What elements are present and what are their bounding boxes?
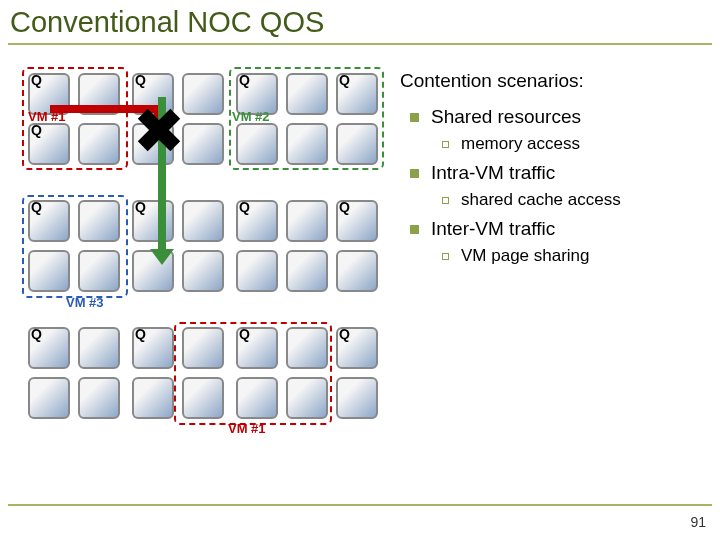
- bullet-3-sub: VM page sharing: [442, 246, 621, 266]
- bullet-icon: [442, 197, 449, 204]
- contention-heading: Contention scenarios:: [400, 70, 621, 92]
- noc-tile: [132, 200, 174, 242]
- bullet-text: VM page sharing: [461, 246, 590, 266]
- noc-tile: [236, 377, 278, 419]
- noc-tile: [182, 250, 224, 292]
- noc-tile: [78, 250, 120, 292]
- bullet-text: Inter-VM traffic: [431, 218, 555, 240]
- noc-tile: [78, 123, 120, 165]
- bullet-icon: [442, 253, 449, 260]
- noc-tile: [286, 377, 328, 419]
- bullet-text: Intra-VM traffic: [431, 162, 555, 184]
- noc-tile: [182, 327, 224, 369]
- bullet-1-sub: memory access: [442, 134, 621, 154]
- bullet-icon: [410, 225, 419, 234]
- noc-tile: [336, 327, 378, 369]
- noc-tile: [236, 250, 278, 292]
- noc-tile: [286, 73, 328, 115]
- noc-tile: [28, 123, 70, 165]
- noc-tile: [236, 327, 278, 369]
- footer-line: [8, 504, 712, 506]
- noc-tile: [336, 250, 378, 292]
- bullet-list: Contention scenarios: Shared resources m…: [400, 65, 621, 435]
- bullet-2-sub: shared cache access: [442, 190, 621, 210]
- noc-tile: [336, 200, 378, 242]
- vm-label-1: VM #1: [28, 109, 66, 124]
- bullet-text: memory access: [461, 134, 580, 154]
- content-area: VM #1 VM #2 VM #3 VM #1 Contention scena…: [0, 45, 720, 435]
- noc-tile: [336, 377, 378, 419]
- noc-tile: [182, 73, 224, 115]
- noc-tile: [286, 123, 328, 165]
- noc-tile: [336, 73, 378, 115]
- noc-tile: [78, 200, 120, 242]
- noc-tile: [132, 327, 174, 369]
- bullet-1: Shared resources: [410, 106, 621, 128]
- noc-tile: [236, 123, 278, 165]
- bullet-3: Inter-VM traffic: [410, 218, 621, 240]
- noc-tile: [182, 200, 224, 242]
- arrow-green-head: [150, 249, 174, 265]
- noc-tile: [286, 250, 328, 292]
- noc-tile: [28, 327, 70, 369]
- bullet-text: Shared resources: [431, 106, 581, 128]
- noc-tile: [236, 200, 278, 242]
- noc-tile: [78, 327, 120, 369]
- bullet-icon: [410, 169, 419, 178]
- noc-diagram: VM #1 VM #2 VM #3 VM #1: [10, 65, 380, 435]
- vm-label-3: VM #3: [66, 295, 104, 310]
- noc-tile: [336, 123, 378, 165]
- noc-tile: [78, 377, 120, 419]
- slide-title: Conventional NOC QOS: [0, 0, 720, 43]
- bullet-icon: [410, 113, 419, 122]
- noc-tile: [28, 200, 70, 242]
- noc-tile: [182, 377, 224, 419]
- page-number: 91: [690, 514, 706, 530]
- vm-label-1b: VM #1: [228, 421, 266, 436]
- bullet-2: Intra-VM traffic: [410, 162, 621, 184]
- bullet-text: shared cache access: [461, 190, 621, 210]
- noc-tile: [28, 250, 70, 292]
- noc-tile: [286, 200, 328, 242]
- noc-tile: [28, 377, 70, 419]
- vm-label-2: VM #2: [232, 109, 270, 124]
- bullet-icon: [442, 141, 449, 148]
- cross-icon: [136, 107, 182, 153]
- noc-tile: [286, 327, 328, 369]
- noc-tile: [182, 123, 224, 165]
- noc-tile: [132, 377, 174, 419]
